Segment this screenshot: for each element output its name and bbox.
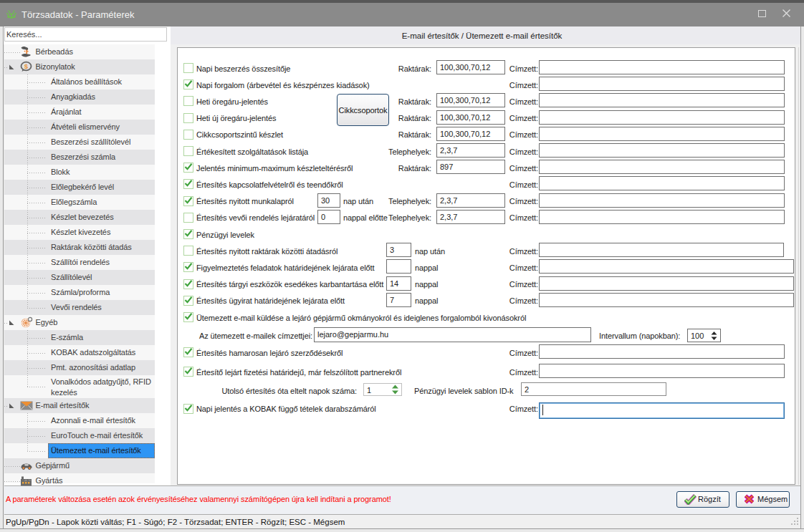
svg-text:$: $ (24, 62, 29, 70)
